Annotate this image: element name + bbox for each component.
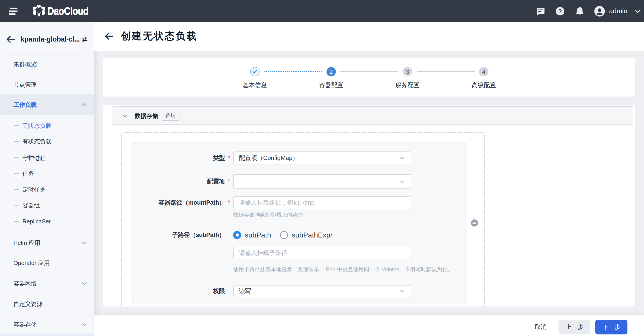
svg-text:?: ? <box>558 8 562 15</box>
